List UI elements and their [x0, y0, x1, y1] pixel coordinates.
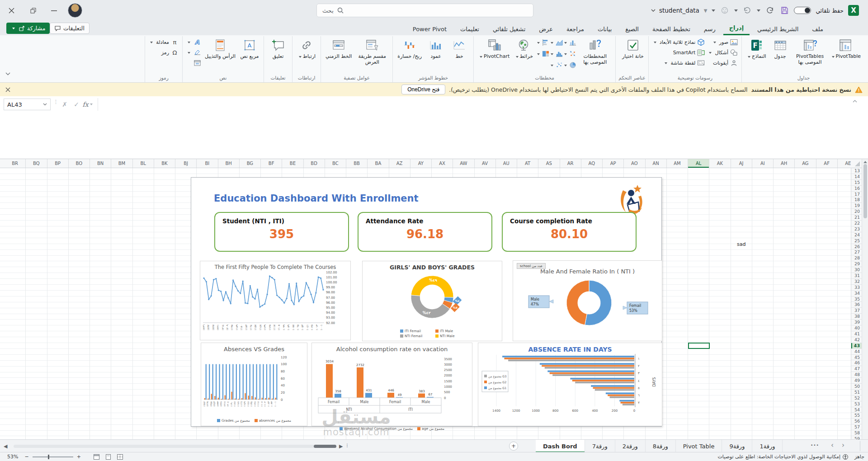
column-header-AV[interactable]: AV: [475, 159, 496, 168]
row-header-18[interactable]: 18: [851, 197, 862, 203]
column-header-AH[interactable]: AH: [774, 159, 795, 168]
row-header-13[interactable]: 13: [851, 168, 862, 174]
row-header-19[interactable]: 19: [851, 203, 862, 209]
ribbon-tab-عرض[interactable]: عرض: [533, 23, 559, 35]
row-header-58[interactable]: 58: [851, 430, 862, 436]
ribbon-item-link[interactable]: ارتباط: [295, 37, 318, 61]
row-header-44[interactable]: 44: [851, 349, 862, 355]
collapse-ribbon-icon[interactable]: [5, 72, 10, 75]
pivot-filter-chip[interactable]: عدد من school: [517, 263, 546, 269]
ribbon-item-shapes[interactable]: أشكال: [707, 47, 739, 58]
sheet-tab-ورقة2[interactable]: ورقة2: [615, 440, 646, 452]
column-header-AU[interactable]: AU: [496, 159, 517, 168]
sheet-tab-nav[interactable]: ‹›: [831, 441, 844, 449]
row-header-29[interactable]: 29: [851, 261, 862, 267]
ribbon-item-wordart[interactable]: A: [185, 37, 202, 47]
column-header-BR[interactable]: BR: [5, 159, 26, 168]
row-header-38[interactable]: 38: [851, 314, 862, 320]
column-header-BG[interactable]: BG: [240, 159, 261, 168]
sheet-tab-Dash-Bord[interactable]: Dash Bord: [536, 440, 585, 452]
row-header-42[interactable]: 42: [851, 337, 862, 343]
row-header-41[interactable]: 41: [851, 331, 862, 337]
ribbon-item-maps[interactable]: خرائط: [512, 37, 535, 61]
ribbon-tab-تعليمات[interactable]: تعليمات: [454, 23, 485, 35]
undo-dropdown-icon[interactable]: [734, 9, 738, 12]
share-button[interactable]: مشاركة: [6, 23, 50, 34]
select-all-corner[interactable]: [851, 159, 862, 168]
dismiss-notification-icon[interactable]: [5, 87, 10, 92]
column-header-BA[interactable]: BA: [368, 159, 389, 168]
chart-absence-days[interactable]: ABSENCE RATE IN DAYS02004006008001000120…: [478, 343, 662, 426]
formula-input[interactable]: [99, 96, 850, 159]
row-header-52[interactable]: 52: [851, 395, 862, 401]
redo-icon[interactable]: [765, 5, 775, 15]
column-header-BH[interactable]: BH: [218, 159, 240, 168]
ribbon-tab-بيانات[interactable]: بيانات: [592, 23, 618, 35]
ribbon-item-sparkline-winloss[interactable]: ربح/ خسارة: [396, 37, 424, 61]
row-header-50[interactable]: 50: [851, 384, 862, 390]
ribbon-item-checkbox[interactable]: خانة اختيار: [620, 37, 646, 61]
chart-grades-donut[interactable]: GIRLS' AND BOYS' GRADES%٤٩%٤%٥%٤٢ ITI Fe…: [362, 261, 502, 341]
column-header-BO[interactable]: BO: [69, 159, 90, 168]
ribbon-tab-إدراج[interactable]: إدراج: [723, 22, 750, 35]
row-header-48[interactable]: 48: [851, 372, 862, 378]
sheet-tab-ورقة8[interactable]: ورقة8: [646, 440, 676, 452]
ribbon-item-icons[interactable]: أيقونات: [707, 58, 739, 68]
insert-function-icon[interactable]: fx: [83, 100, 93, 109]
ribbon-item-equation[interactable]: πمعادلة: [148, 37, 179, 47]
ribbon-item-pivotchart[interactable]: PivotChart: [476, 37, 511, 61]
ribbon-item-header-footer[interactable]: الرأس والتذييل: [203, 37, 237, 61]
column-header-BD[interactable]: BD: [304, 159, 325, 168]
column-header-AY[interactable]: AY: [410, 159, 432, 168]
column-header-BE[interactable]: BE: [282, 159, 303, 168]
accessibility-status[interactable]: إمكانية الوصول لذوي الاحتياجات الخاصة: ا…: [717, 454, 848, 460]
row-header-33[interactable]: 33: [851, 285, 862, 291]
ribbon-item-text-box[interactable]: Aمربع نص: [238, 37, 261, 61]
sheet-tab-ورقة7[interactable]: ورقة7: [585, 440, 615, 452]
row-header-59[interactable]: 59: [851, 436, 862, 439]
collapse-formula-bar-icon[interactable]: [853, 100, 857, 103]
column-header-AZ[interactable]: AZ: [389, 159, 410, 168]
column-header-AG[interactable]: AG: [795, 159, 816, 168]
ribbon-item-object[interactable]: [185, 58, 202, 68]
search-input[interactable]: بحث: [316, 4, 533, 17]
sheet-tab-overflow[interactable]: •••: [811, 443, 819, 447]
view-shortcuts[interactable]: [94, 454, 123, 460]
vertical-scrollbar[interactable]: [862, 159, 868, 439]
chart-type-bar-chart[interactable]: [536, 39, 549, 47]
ribbon-item-pivottables-recommended[interactable]: PivotTables الموصى بها: [793, 37, 828, 66]
column-header-BK[interactable]: BK: [154, 159, 175, 168]
ribbon-item-timeline[interactable]: الخط الزمني: [324, 37, 354, 61]
ribbon-tab-الشريط-الرئيسي[interactable]: الشريط الرئيسي: [751, 23, 804, 35]
ribbon-item-forms[interactable]: Fالنماذج: [745, 37, 768, 61]
column-header-BL[interactable]: BL: [133, 159, 154, 168]
formula-bar-resize-handle[interactable]: ⋮: [53, 101, 55, 108]
column-header-AL[interactable]: AL: [688, 159, 709, 168]
row-header-28[interactable]: 28: [851, 255, 862, 261]
dashboard-panel[interactable]: Education Dashboard With Enrollment Stud…: [191, 177, 662, 427]
column-header-AO[interactable]: AO: [624, 159, 645, 168]
selected-cell[interactable]: [688, 343, 710, 349]
zoom-slider[interactable]: − +: [24, 454, 80, 460]
row-header-24[interactable]: 24: [851, 232, 862, 238]
column-header-AM[interactable]: AM: [667, 159, 688, 168]
restore-window-icon[interactable]: [26, 4, 40, 17]
ribbon-item-pivottable[interactable]: PivotTable: [829, 37, 863, 61]
row-header-26[interactable]: 26: [851, 244, 862, 250]
ribbon-item-table[interactable]: جدول: [769, 37, 792, 61]
row-header-47[interactable]: 47: [851, 366, 862, 372]
column-header-BP[interactable]: BP: [47, 159, 69, 168]
ribbon-tab-تخطيط-الصفحة[interactable]: تخطيط الصفحة: [646, 23, 696, 35]
style-dropdown-icon[interactable]: [712, 9, 715, 12]
row-header-40[interactable]: 40: [851, 325, 862, 331]
chart-type-column-chart[interactable]: [563, 39, 576, 47]
ribbon-item-smartart[interactable]: SmartArt: [651, 47, 706, 58]
autosave-toggle[interactable]: [794, 7, 811, 14]
minimize-window-icon[interactable]: [47, 4, 61, 17]
row-header-16[interactable]: 16: [851, 186, 862, 192]
column-header-AF[interactable]: AF: [816, 159, 838, 168]
scroll-left-icon[interactable]: ◀: [4, 443, 7, 449]
horizontal-scrollbar[interactable]: [14, 445, 336, 448]
sheet-tab-Pivot-Table[interactable]: Pivot Table: [676, 440, 722, 452]
ribbon-tab-رسم[interactable]: رسم: [698, 23, 722, 35]
